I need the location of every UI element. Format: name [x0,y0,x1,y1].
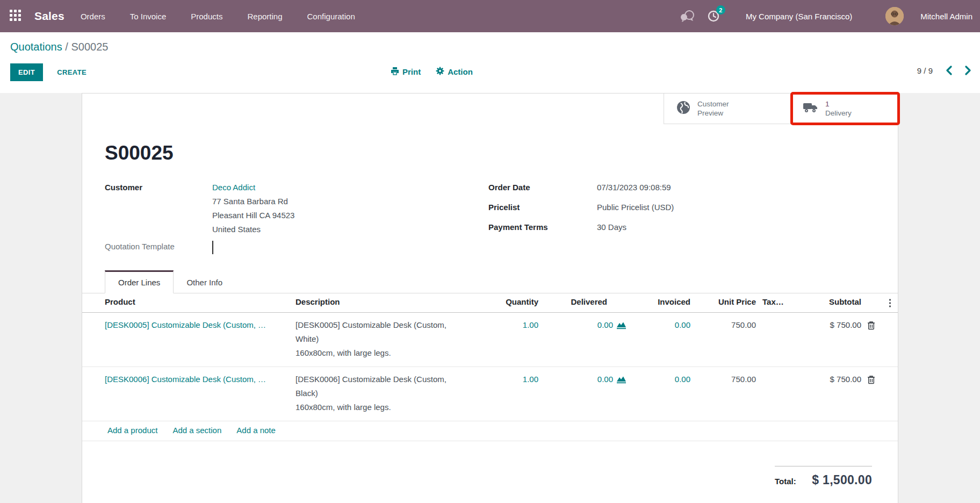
customer-label: Customer [105,181,212,236]
app-name[interactable]: Sales [34,10,64,23]
product-link[interactable]: [DESK0006] Customizable Desk (Custom, … [105,375,266,384]
company-switcher[interactable]: My Company (San Francisco) [746,12,852,21]
optional-columns-icon[interactable] [881,293,899,312]
top-navbar: Sales Orders To Invoice Products Reporti… [0,0,980,32]
order-date-label: Order Date [488,181,597,195]
add-a-product-link[interactable]: Add a product [107,426,157,435]
customer-link[interactable]: Deco Addict [212,181,459,195]
breadcrumb-quotations[interactable]: Quotations [10,41,62,53]
forecast-chart-icon[interactable] [616,376,626,384]
breadcrumb: Quotations / S00025 [0,32,980,53]
order-date-value[interactable]: 07/31/2023 09:08:59 [597,181,875,195]
add-a-section-link[interactable]: Add a section [172,426,221,435]
payment-terms-value[interactable]: 30 Days [597,220,875,234]
edit-button[interactable]: EDIT [10,63,43,81]
address-line: United States [212,222,459,236]
text-cursor [212,241,213,254]
customer-preview-button[interactable]: Customer Preview [664,94,790,124]
invoiced-value: 0.00 [626,313,690,367]
delete-row-icon[interactable] [867,321,875,330]
delivery-count: 1 [825,99,852,109]
delivered-value: 0.00 [597,318,613,332]
delivered-value: 0.00 [597,372,613,386]
content-area: Customer Preview 1 D [0,93,980,503]
tab-order-lines[interactable]: Order Lines [105,270,174,293]
forecast-chart-icon[interactable] [616,321,626,329]
address-line: 77 Santa Barbara Rd [212,195,459,209]
add-a-note-link[interactable]: Add a note [236,426,276,435]
unit-price-value: 750.00 [690,313,756,367]
delete-row-icon[interactable] [867,375,875,384]
quotation-template-label: Quotation Template [105,240,212,254]
nav-item-reporting[interactable]: Reporting [247,12,282,21]
delivery-label: Delivery [825,109,852,118]
invoiced-value: 0.00 [626,367,690,421]
pager-value: 9 / 9 [917,66,933,75]
breadcrumb-separator: / [65,41,68,53]
messages-icon[interactable] [679,10,695,23]
quantity-value: 1.00 [466,367,538,421]
tab-other-info[interactable]: Other Info [174,272,235,293]
field-groups: Customer Deco Addict 77 Santa Barbara Rd… [82,164,898,254]
quotation-form-sheet: Customer Preview 1 D [82,93,898,503]
order-total: Total: $ 1,500.00 [775,466,872,487]
user-avatar[interactable] [885,7,904,25]
main-menu: Orders To Invoice Products Reporting Con… [81,12,355,21]
create-button[interactable]: CREATE [57,68,87,76]
table-row[interactable]: [DESK0006] Customizable Desk (Custom, … … [82,367,898,421]
order-lines-header: Product Description Quantity Delivered I… [82,293,898,313]
pricelist-label: Pricelist [488,200,597,214]
pricelist-value[interactable]: Public Pricelist (USD) [597,200,875,214]
nav-item-to-invoice[interactable]: To Invoice [130,12,167,21]
address-line: Pleasant Hill CA 94523 [212,209,459,222]
smart-button-box: Customer Preview 1 D [82,94,898,124]
payment-terms-label: Payment Terms [488,220,597,234]
nav-item-configuration[interactable]: Configuration [307,12,355,21]
add-line-links: Add a product Add a section Add a note [82,421,898,441]
notebook-tabs: Order Lines Other Info [82,270,898,293]
quotation-number-title: S00025 [105,142,898,164]
print-button[interactable]: Print [391,67,421,77]
total-amount: $ 1,500.00 [812,473,872,487]
delivery-smart-button[interactable]: 1 Delivery [790,94,898,124]
printer-icon [391,67,399,77]
pager-next-icon[interactable] [964,66,971,75]
quotation-template-field[interactable] [212,240,459,254]
gear-icon [436,67,444,77]
subtotal-value: $ 750.00 [808,367,861,421]
action-button[interactable]: Action [436,67,473,77]
total-label: Total: [775,477,796,486]
product-link[interactable]: [DESK0005] Customizable Desk (Custom, … [105,320,266,329]
subtotal-value: $ 750.00 [808,313,861,367]
breadcrumb-current: S00025 [71,41,108,53]
activity-badge: 2 [716,5,725,15]
truck-icon [803,100,819,117]
table-row[interactable]: [DESK0005] Customizable Desk (Custom, … … [82,313,898,367]
activities-icon[interactable]: 2 [707,10,720,23]
pager-previous-icon[interactable] [946,66,953,75]
quantity-value: 1.00 [466,313,538,367]
control-panel: Quotations / S00025 EDIT CREATE Print [0,32,980,93]
nav-item-products[interactable]: Products [191,12,222,21]
user-menu[interactable]: Mitchell Admin [920,12,972,21]
unit-price-value: 750.00 [690,367,756,421]
globe-icon [676,100,691,117]
nav-item-orders[interactable]: Orders [81,12,105,21]
apps-menu-icon[interactable] [10,10,23,23]
